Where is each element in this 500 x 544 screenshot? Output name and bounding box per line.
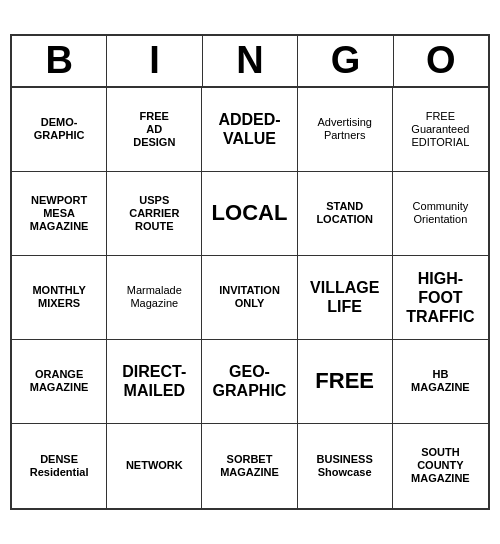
bingo-cell-19: HB MAGAZINE <box>393 340 488 424</box>
bingo-cell-24: SOUTH COUNTY MAGAZINE <box>393 424 488 508</box>
bingo-cell-4: FREE Guaranteed EDITORIAL <box>393 88 488 172</box>
bingo-cell-23: BUSINESS Showcase <box>298 424 393 508</box>
bingo-cell-17: GEO- GRAPHIC <box>202 340 297 424</box>
bingo-cell-18: FREE <box>298 340 393 424</box>
bingo-grid: DEMO- GRAPHICFREE AD DESIGNADDED- VALUEA… <box>12 88 488 508</box>
bingo-cell-20: DENSE Residential <box>12 424 107 508</box>
bingo-letter-o: O <box>394 36 488 86</box>
bingo-letter-g: G <box>298 36 393 86</box>
bingo-cell-9: Community Orientation <box>393 172 488 256</box>
bingo-header: BINGO <box>12 36 488 88</box>
bingo-cell-0: DEMO- GRAPHIC <box>12 88 107 172</box>
bingo-cell-14: HIGH- FOOT TRAFFIC <box>393 256 488 340</box>
bingo-letter-b: B <box>12 36 107 86</box>
bingo-cell-12: INVITATION ONLY <box>202 256 297 340</box>
bingo-cell-22: SORBET MAGAZINE <box>202 424 297 508</box>
bingo-cell-10: MONTHLY MIXERS <box>12 256 107 340</box>
bingo-cell-1: FREE AD DESIGN <box>107 88 202 172</box>
bingo-letter-i: I <box>107 36 202 86</box>
bingo-cell-6: USPS CARRIER ROUTE <box>107 172 202 256</box>
bingo-cell-3: Advertising Partners <box>298 88 393 172</box>
bingo-card: BINGO DEMO- GRAPHICFREE AD DESIGNADDED- … <box>10 34 490 510</box>
bingo-cell-21: NETWORK <box>107 424 202 508</box>
bingo-cell-7: LOCAL <box>202 172 297 256</box>
bingo-cell-15: ORANGE MAGAZINE <box>12 340 107 424</box>
bingo-cell-5: NEWPORT MESA MAGAZINE <box>12 172 107 256</box>
bingo-cell-13: VILLAGE LIFE <box>298 256 393 340</box>
bingo-cell-2: ADDED- VALUE <box>202 88 297 172</box>
bingo-letter-n: N <box>203 36 298 86</box>
bingo-cell-8: STAND LOCATION <box>298 172 393 256</box>
bingo-cell-11: Marmalade Magazine <box>107 256 202 340</box>
bingo-cell-16: DIRECT- MAILED <box>107 340 202 424</box>
